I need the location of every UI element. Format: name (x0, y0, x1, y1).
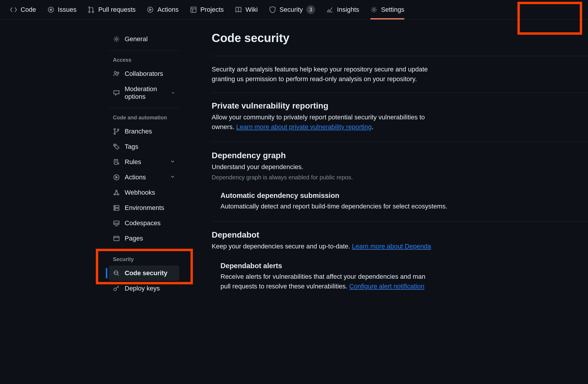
chevron-down-icon (170, 173, 175, 181)
svg-point-18 (114, 194, 116, 195)
code-icon (10, 6, 17, 13)
divider (109, 250, 179, 250)
depgraph-body: Understand your dependencies. (212, 162, 588, 172)
graph-icon (326, 6, 333, 13)
svg-point-2 (89, 7, 90, 8)
play-icon (147, 6, 154, 13)
branch-icon (113, 128, 120, 135)
svg-point-1 (50, 9, 52, 11)
codespaces-icon (113, 220, 120, 227)
sidebar-item-label: Rules (125, 158, 141, 166)
rules-icon (113, 158, 120, 166)
layout: General Access Collaborators Moderation … (0, 20, 588, 297)
pvr-heading: Private vulnerability reporting (212, 101, 588, 111)
svg-rect-6 (191, 7, 196, 12)
sidebar-item-webhooks[interactable]: Webhooks (109, 185, 179, 200)
sidebar-item-label: General (125, 35, 148, 43)
chevron-down-icon (171, 89, 175, 97)
svg-point-14 (115, 145, 116, 146)
sidebar-item-label: Codespaces (125, 219, 161, 227)
browser-icon (113, 235, 120, 242)
svg-point-17 (116, 190, 117, 192)
section-dependabot-alerts: Dependabot alerts Receive alerts for vul… (220, 262, 588, 291)
tab-security[interactable]: Security 3 (269, 5, 315, 14)
settings-sidebar: General Access Collaborators Moderation … (0, 31, 182, 297)
divider (109, 50, 179, 51)
tab-code-label: Code (21, 6, 36, 14)
sidebar-item-actions[interactable]: Actions (109, 170, 179, 185)
svg-point-22 (115, 206, 115, 207)
sidebar-item-label: Code security (125, 269, 168, 277)
sidebar-item-moderation[interactable]: Moderation options (109, 81, 179, 104)
book-icon (235, 6, 242, 13)
sidebar-item-label: Environments (125, 204, 164, 212)
tab-insights[interactable]: Insights (326, 6, 359, 14)
dependabot-body: Keep your dependencies secure and up-to-… (212, 241, 588, 251)
tab-security-label: Security (280, 6, 303, 14)
section-pvr: Private vulnerability reporting Allow yo… (212, 101, 588, 132)
dependabot-heading: Dependabot (212, 230, 588, 240)
sidebar-item-code-security[interactable]: Code security (109, 266, 179, 281)
sidebar-item-collaborators[interactable]: Collaborators (109, 66, 179, 81)
sidebar-item-branches[interactable]: Branches (109, 124, 179, 139)
alerts-body: Receive alerts for vulnerabilities that … (220, 272, 588, 291)
tab-issues-label: Issues (58, 6, 77, 14)
depgraph-heading: Dependency graph (212, 151, 588, 160)
sidebar-item-label: Pages (125, 235, 143, 242)
play-icon (113, 174, 120, 181)
sidebar-item-pages[interactable]: Pages (109, 231, 179, 246)
main-content: Code security Security and analysis feat… (182, 31, 588, 297)
tab-wiki[interactable]: Wiki (235, 6, 258, 14)
people-icon (113, 70, 120, 77)
svg-point-4 (92, 11, 94, 13)
tab-pulls-label: Pull requests (98, 6, 136, 14)
tab-issues[interactable]: Issues (47, 6, 77, 14)
sidebar-heading-code-auto: Code and automation (109, 111, 179, 124)
tab-settings[interactable]: Settings (370, 6, 405, 14)
sidebar-item-rules[interactable]: Rules (109, 154, 179, 170)
gear-icon (370, 6, 377, 13)
tab-actions-label: Actions (157, 6, 178, 14)
sidebar-item-deploy-keys[interactable]: Deploy keys (109, 281, 179, 296)
dependabot-learn-more-link[interactable]: Learn more about Dependa (352, 243, 431, 250)
section-auto-submission: Automatic dependency submission Automati… (220, 191, 588, 211)
sidebar-item-environments[interactable]: Environments (109, 200, 179, 216)
svg-point-10 (117, 72, 119, 74)
tab-code[interactable]: Code (10, 6, 36, 14)
sidebar-item-label: Moderation options (125, 85, 166, 101)
tag-icon (113, 143, 120, 150)
code-scan-icon (113, 270, 120, 277)
svg-point-8 (116, 38, 118, 40)
svg-point-19 (118, 194, 119, 195)
sidebar-item-codespaces[interactable]: Codespaces (109, 216, 179, 231)
divider (109, 108, 179, 108)
divider (212, 56, 588, 56)
intro-text: Security and analysis features help keep… (212, 64, 588, 84)
svg-point-7 (373, 9, 375, 11)
section-depgraph: Dependency graph Understand your depende… (212, 151, 588, 181)
security-counter: 3 (306, 5, 315, 14)
alerts-configure-link[interactable]: Configure alert notification (349, 283, 425, 290)
sidebar-item-label: Tags (125, 143, 138, 151)
sidebar-item-general[interactable]: General (109, 31, 179, 47)
tab-wiki-label: Wiki (245, 6, 258, 14)
tab-actions[interactable]: Actions (147, 6, 178, 14)
projects-icon (190, 6, 197, 13)
sidebar-item-tags[interactable]: Tags (109, 139, 179, 154)
svg-point-12 (114, 133, 116, 134)
auto-sub-body: Automatically detect and report build-ti… (220, 201, 588, 211)
sidebar-item-label: Deploy keys (125, 285, 160, 292)
tab-projects[interactable]: Projects (190, 6, 224, 14)
comment-icon (113, 89, 120, 96)
divider (212, 221, 588, 221)
sidebar-item-label: Collaborators (125, 70, 163, 78)
divider (212, 93, 588, 93)
tab-insights-label: Insights (337, 6, 359, 14)
section-dependabot: Dependabot Keep your dependencies secure… (212, 230, 588, 251)
alerts-heading: Dependabot alerts (220, 262, 588, 270)
tab-pulls[interactable]: Pull requests (88, 6, 136, 14)
chevron-down-icon (170, 158, 175, 166)
pvr-learn-more-link[interactable]: Learn more about private vulnerability r… (236, 123, 372, 131)
pull-request-icon (88, 6, 95, 13)
svg-point-23 (115, 209, 115, 210)
